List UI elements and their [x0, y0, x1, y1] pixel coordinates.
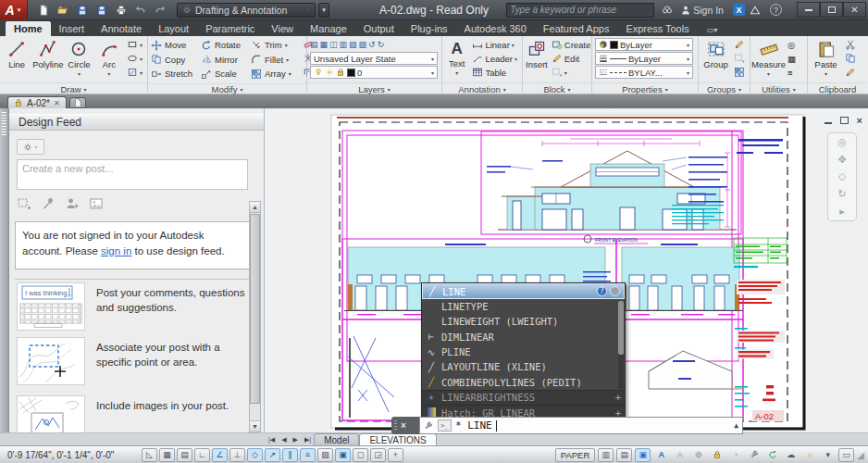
selection-cycling-toggle[interactable]: ◲	[370, 448, 386, 462]
tab-featured-apps[interactable]: Featured Apps	[535, 21, 618, 36]
clean-screen-icon[interactable]: ▭	[838, 448, 854, 462]
search-input[interactable]	[510, 5, 651, 15]
layer-properties-icon[interactable]: ▤	[310, 40, 318, 49]
hardware-acceleration-icon[interactable]: ☼	[801, 448, 817, 462]
showmotion-icon[interactable]: ▸	[839, 206, 845, 218]
sign-in-link[interactable]: sign in	[101, 245, 131, 257]
annotation-monitor-toggle[interactable]: +	[388, 448, 403, 462]
block-edit-button[interactable]: Edit	[550, 52, 593, 65]
panel-label-modify[interactable]: Modify▾	[148, 83, 306, 95]
panel-label-draw[interactable]: Draw▾	[0, 82, 147, 94]
layer-dropdown[interactable]: 0 ▾	[310, 66, 438, 79]
array-button[interactable]: Array▾	[251, 69, 299, 80]
tab-parametric[interactable]: Parametric	[197, 21, 263, 36]
associate-area-icon[interactable]	[17, 196, 31, 211]
ungroup-button[interactable]	[732, 38, 747, 51]
file-tab-a02[interactable]: A-02* ✕	[7, 96, 67, 108]
fillet-button[interactable]: Fillet▾	[251, 54, 299, 65]
ellipse-button[interactable]: ▾	[125, 52, 144, 65]
signin-button[interactable]: Sign In ▾	[680, 5, 728, 16]
table-button[interactable]: Table	[470, 66, 519, 79]
ribbon-display-toggle[interactable]: ▭▾	[701, 24, 724, 36]
polyline-button[interactable]: Polyline	[32, 38, 63, 69]
group-edit-button[interactable]	[732, 52, 747, 65]
pin-icon[interactable]	[41, 196, 56, 211]
arc-button[interactable]: Arc▾	[95, 38, 123, 77]
open-button[interactable]	[55, 3, 71, 18]
quick-view-layouts-icon[interactable]: ▥	[598, 448, 614, 462]
first-layout-icon[interactable]: |◀	[266, 435, 278, 444]
maximize-button[interactable]	[820, 2, 843, 18]
tab-autodesk360[interactable]: Autodesk 360	[456, 21, 535, 36]
circle-button[interactable]: Circle▾	[65, 38, 93, 77]
undo-button[interactable]	[132, 3, 149, 18]
object-snap-tracking-toggle[interactable]: ↗	[265, 448, 280, 462]
new-drawing-tab-button[interactable]	[69, 97, 86, 108]
navigation-wheel-icon[interactable]: ◎	[837, 136, 847, 148]
autocomplete-item-combinepolylines[interactable]: ╱COMBINEPOLYLINES (PEDIT)	[422, 374, 625, 389]
layer-isolate-icon[interactable]: ◫	[329, 40, 338, 49]
stretch-button[interactable]: Stretch	[151, 69, 199, 80]
quick-view-drawings-icon[interactable]: ▤	[616, 448, 632, 462]
tab-manage[interactable]: Manage	[302, 21, 355, 36]
hatch-button[interactable]: ▾	[125, 66, 144, 79]
transparency-toggle[interactable]: ▣	[335, 448, 351, 462]
paste-button[interactable]: Paste▾	[811, 38, 841, 77]
panel-label-layers[interactable]: Layers▾	[307, 82, 441, 94]
tab-plugins[interactable]: Plug-ins	[403, 21, 456, 36]
block-create-button[interactable]: Create	[550, 38, 593, 51]
prev-layout-icon[interactable]: ◀	[279, 435, 289, 444]
tab-view[interactable]: View	[263, 21, 302, 36]
next-layout-icon[interactable]: ▶	[291, 435, 301, 444]
saveas-button[interactable]	[93, 3, 110, 18]
line-button[interactable]: Line	[3, 38, 31, 69]
panel-label-clipboard[interactable]: Clipboard	[808, 82, 867, 94]
object-snap-toggle[interactable]: ◇	[247, 448, 263, 462]
tab-home[interactable]: Home	[6, 21, 51, 36]
leader-button[interactable]: Leader▾	[470, 52, 519, 65]
command-close-icon[interactable]: ×	[401, 420, 406, 431]
redo-button[interactable]	[152, 3, 168, 18]
block-attributes-button[interactable]: ▾	[550, 66, 593, 79]
doc-close-icon[interactable]: ×	[857, 115, 862, 126]
polar-tracking-toggle[interactable]: ∠	[212, 448, 228, 462]
group-button[interactable]: Group	[701, 38, 730, 69]
scroll-up-icon[interactable]: ▲	[250, 202, 260, 213]
new-button[interactable]	[35, 3, 52, 18]
quick-properties-toggle[interactable]: ◻	[353, 448, 368, 462]
autodesk360-button[interactable]: ▾	[750, 5, 765, 16]
scroll-down-icon[interactable]: ▼	[250, 420, 260, 432]
snap-toggle[interactable]: ▦	[159, 448, 175, 462]
tab-annotate[interactable]: Annotate	[93, 21, 150, 36]
scale-button[interactable]: Scale	[201, 69, 249, 80]
dynamic-input-toggle[interactable]: ≡	[300, 448, 316, 462]
toolbar-lock-icon[interactable]	[709, 448, 725, 462]
cut-button[interactable]	[843, 38, 858, 51]
panel-label-block[interactable]: Block▾	[523, 82, 591, 94]
recent-commands-icon[interactable]: ▲	[734, 421, 738, 430]
file-tab-close-icon[interactable]: ✕	[54, 99, 60, 107]
attach-image-icon[interactable]	[89, 196, 104, 211]
scroll-thumb[interactable]	[250, 214, 260, 404]
pan-icon[interactable]: ✥	[837, 154, 846, 166]
doc-restore-icon[interactable]	[840, 117, 849, 124]
text-button[interactable]: AText▾	[445, 38, 468, 76]
viewport-maximize-icon[interactable]: ▣	[635, 448, 651, 462]
isolate-objects-icon[interactable]: ◔	[727, 448, 743, 462]
qat-customize-button[interactable]: ▾	[318, 3, 329, 18]
grid-toggle[interactable]: ▤	[177, 448, 192, 462]
autocomplete-item-line[interactable]: ╱ LINE ?	[422, 283, 625, 299]
autocomplete-item-layoutline[interactable]: ╱LAYOUTLINE (XLINE)	[422, 359, 625, 374]
lineweight-dropdown[interactable]: ByLayer ▾	[595, 52, 693, 65]
layer-off-icon[interactable]: ▦	[320, 40, 329, 49]
close-button[interactable]: ✕	[843, 2, 866, 18]
dynamic-ucs-toggle[interactable]: ∥	[282, 448, 298, 462]
object-color-dropdown[interactable]: ByLayer ▾	[595, 38, 693, 51]
group-selection-button[interactable]	[732, 66, 747, 79]
panel-label-utilities[interactable]: Utilities▾	[750, 82, 807, 94]
move-button[interactable]: Move	[151, 40, 199, 51]
application-menu-button[interactable]: A▼	[0, 0, 28, 20]
zoom-icon[interactable]: ◇	[838, 170, 846, 182]
tray-settings-icon[interactable]: ▾	[820, 448, 836, 462]
coordinate-readout[interactable]: 0'-9 17/64", 0'-1 1/4", 0'-0"	[4, 450, 141, 460]
